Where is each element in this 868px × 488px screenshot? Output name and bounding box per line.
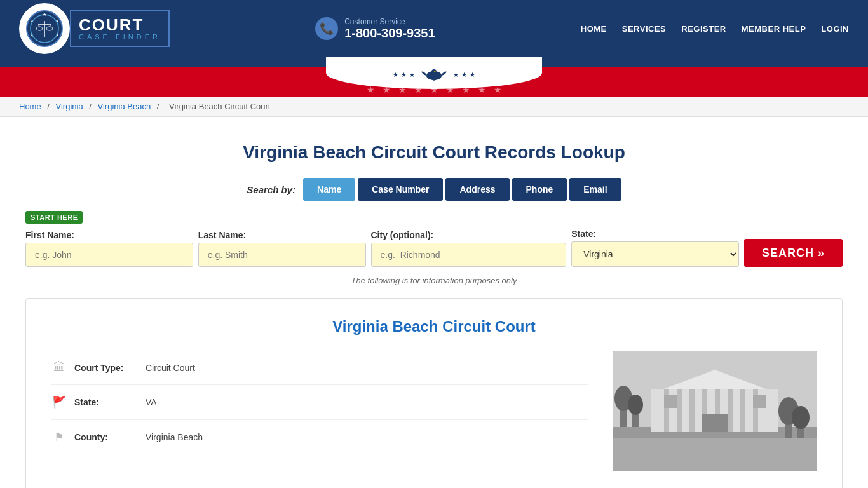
last-name-input[interactable] [198,243,366,267]
search-tabs: Name Case Number Address Phone Email [303,178,621,201]
search-form-area: START HERE First Name: Last Name: City (… [25,211,843,285]
customer-service: 📞 Customer Service 1-800-309-9351 [315,17,435,41]
star-1: ★ [393,71,398,78]
search-button[interactable]: SEARCH » [744,239,843,267]
logo-icon: ★ ★ ★ ★ ★ [25,10,64,48]
breadcrumb-current: Virginia Beach Circuit Court [169,102,270,111]
logo-area: ★ ★ ★ ★ ★ COURT CASE FINDER [19,3,170,54]
svg-text:★: ★ [43,12,46,17]
svg-point-22 [628,395,643,415]
state-select[interactable]: Virginia Alabama Alaska Arizona Arkansas… [571,241,739,267]
svg-point-41 [792,406,810,429]
first-name-group: First Name: [25,230,193,267]
page-title: Virginia Beach Circuit Court Records Loo… [25,142,843,163]
svg-rect-36 [645,432,785,438]
stars-left: ★ ★ ★ [393,71,415,78]
main-content: Virginia Beach Circuit Court Records Loo… [0,117,868,488]
search-by-label: Search by: [247,184,295,195]
star-5: ★ [461,71,467,78]
court-image [613,351,817,471]
tab-name[interactable]: Name [303,178,355,201]
state-row: 🚩 State: VA [51,385,588,420]
svg-rect-30 [728,389,733,433]
court-info-box: Virginia Beach Circuit Court 🏛 Court Typ… [25,298,843,488]
start-here-badge: START HERE [25,211,83,224]
state-group: State: Virginia Alabama Alaska Arizona A… [571,229,739,267]
nav-services[interactable]: SERVICES [622,24,667,34]
search-by-row: Search by: Name Case Number Address Phon… [25,178,843,201]
breadcrumb-sep-3: / [157,102,161,111]
star-4: ★ [453,71,459,78]
court-title: Virginia Beach Circuit Court [51,318,817,336]
logo-court-label: COURT [79,17,161,33]
nav-register[interactable]: REGISTER [681,24,726,34]
building-icon: 🏛 [51,361,67,374]
city-input[interactable] [371,243,567,267]
breadcrumb-sep-1: / [47,102,51,111]
eagle-icon [420,65,448,83]
state-detail-label: State: [74,397,138,407]
svg-rect-27 [689,389,695,433]
breadcrumb-home[interactable]: Home [19,102,41,111]
state-label: State: [571,229,739,239]
eagle-content: ★ ★ ★ ★ [393,65,475,83]
site-header: ★ ★ ★ ★ ★ COURT CASE FINDER 📞 Customer S… [0,0,868,57]
logo-text-box: COURT CASE FINDER [70,10,170,47]
info-note: The following is for information purpose… [25,276,843,285]
court-details-grid: 🏛 Court Type: Circuit Court 🚩 State: VA … [51,351,817,471]
logo-finder-label: CASE FINDER [79,33,161,41]
last-name-group: Last Name: [198,230,366,267]
svg-rect-37 [613,438,817,471]
svg-rect-33 [702,414,728,433]
cs-label: Customer Service [344,17,435,26]
svg-rect-34 [664,395,677,408]
city-label: City (optional): [371,230,567,240]
state-detail-value: VA [146,397,157,407]
main-nav: HOME SERVICES REGISTER MEMBER HELP LOGIN [581,24,849,34]
flag-outline-icon: ⚑ [51,430,67,444]
logo-badge: ★ ★ ★ ★ ★ [19,3,70,54]
flag-icon: 🚩 [51,395,67,409]
svg-rect-31 [740,389,745,433]
stars-right: ★ ★ ★ [453,71,475,78]
star-6: ★ [470,71,475,78]
court-type-value: Circuit Court [146,363,195,373]
court-type-row: 🏛 Court Type: Circuit Court [51,351,588,385]
cs-phone: 1-800-309-9351 [344,26,435,41]
nav-home[interactable]: HOME [581,24,607,34]
tab-phone[interactable]: Phone [512,178,567,201]
star-2: ★ [401,71,407,78]
first-name-input[interactable] [25,243,193,267]
tab-case-number[interactable]: Case Number [358,178,443,201]
star-3: ★ [409,71,415,78]
court-type-label: Court Type: [74,363,138,373]
last-name-label: Last Name: [198,230,366,240]
eagle-band-inner: ★ ★ ★ ★ [243,57,625,83]
svg-rect-26 [677,389,682,433]
court-building-svg [613,351,817,471]
cs-info: Customer Service 1-800-309-9351 [344,17,435,41]
tab-email[interactable]: Email [569,178,621,201]
breadcrumb-virginia[interactable]: Virginia [56,102,83,111]
county-row: ⚑ County: Virginia Beach [51,420,588,454]
breadcrumb: Home / Virginia / Virginia Beach / Virgi… [0,97,868,117]
tab-address[interactable]: Address [445,178,509,201]
first-name-label: First Name: [25,230,193,240]
breadcrumb-virginia-beach[interactable]: Virginia Beach [98,102,151,111]
city-group: City (optional): [371,230,567,267]
svg-rect-35 [753,395,766,408]
county-value: Virginia Beach [146,432,203,442]
nav-member-help[interactable]: MEMBER HELP [742,24,806,34]
nav-login[interactable]: LOGIN [821,24,849,34]
breadcrumb-sep-2: / [89,102,93,111]
eagle-band: ★ ★ ★ ★ [0,57,868,83]
county-label: County: [74,432,138,442]
search-form-row: First Name: Last Name: City (optional): … [25,229,843,267]
white-arc: ★ ★ ★ ★ [326,57,542,89]
phone-icon: 📞 [315,17,338,40]
court-details-left: 🏛 Court Type: Circuit Court 🚩 State: VA … [51,351,588,471]
